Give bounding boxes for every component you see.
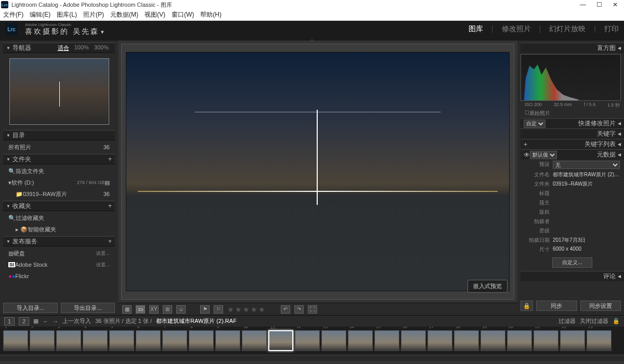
filmstrip-thumb[interactable]: 12 [295, 330, 320, 351]
collections-filter[interactable]: 🔍 过滤收藏夹 [3, 213, 115, 223]
publish-header[interactable]: ▼发布服务+ [3, 236, 115, 246]
filmstrip-thumb[interactable]: 1 [3, 330, 28, 351]
folders-header[interactable]: ▼文件夹+ [3, 154, 115, 164]
flag-pick-icon[interactable]: ⚑ [200, 305, 210, 314]
checkbox-icon[interactable]: ☐ [525, 110, 529, 117]
go-forward-icon[interactable]: → [53, 318, 58, 324]
filmstrip-thumb[interactable]: 18 [454, 330, 479, 351]
folders-subfolder[interactable]: 📁 03919--RAW原片36 [3, 189, 115, 199]
collections-header[interactable]: ▼收藏夹+ [3, 201, 115, 211]
publish-flickr[interactable]: ●● Flickr [3, 271, 115, 281]
filmstrip-thumb[interactable]: 14 [348, 330, 373, 351]
flag-reject-icon[interactable]: ⚐ [214, 305, 223, 314]
filmstrip-thumb[interactable]: 15 [374, 330, 399, 351]
compare-view-icon[interactable]: XY [149, 305, 159, 314]
filmstrip-thumb[interactable]: 23 [587, 330, 612, 351]
filmstrip-thumb[interactable]: 6 [136, 330, 161, 351]
filmstrip-thumb[interactable]: 22 [560, 330, 585, 351]
lock-icon[interactable]: 🔒 [613, 318, 620, 324]
collections-smart[interactable]: ▸ 📦 智能收藏夹 [3, 225, 115, 234]
catalog-header[interactable]: ▼目录 [3, 130, 115, 140]
grid-icon[interactable]: ▦ [33, 318, 38, 324]
publish-adobestock[interactable]: St Adobe Stock设置... [3, 260, 115, 269]
sync-settings-button[interactable]: 同步设置 [580, 301, 621, 311]
filmstrip-thumb[interactable]: 10 [242, 330, 267, 351]
quickdev-header[interactable]: 自定快速修改照片◀ [521, 118, 624, 128]
filmstrip-thumb[interactable]: 3 [56, 330, 81, 351]
image-viewer[interactable]: 嵌入式预览 [118, 41, 517, 303]
filmstrip-thumb[interactable]: 8 [189, 330, 214, 351]
plus-icon[interactable]: + [108, 238, 112, 245]
metadata-customize-button[interactable]: 自定义... [552, 257, 592, 268]
menu-edit[interactable]: 编辑(E) [30, 10, 50, 19]
zoom-100[interactable]: 100% [74, 44, 89, 52]
survey-view-icon[interactable]: ⊞ [163, 305, 172, 314]
filmstrip-thumb[interactable]: 19 [480, 330, 505, 351]
folders-filter[interactable]: 🔍 筛选文件夹 [3, 166, 115, 176]
rotate-cw-icon[interactable]: ↷ [294, 305, 304, 314]
menu-file[interactable]: 文件(F) [3, 10, 23, 19]
import-button[interactable]: 导入目录... [3, 303, 58, 313]
keywordlist-header[interactable]: +关键字列表◀ [521, 139, 624, 149]
zoom-300[interactable]: 300% [94, 44, 109, 52]
histogram-header[interactable]: 直方图◀ [521, 43, 624, 53]
filmstrip-thumb[interactable]: 17 [427, 330, 452, 351]
filmstrip-thumb[interactable]: 13 [321, 330, 346, 351]
quickdev-preset-select[interactable]: 自定 [524, 120, 545, 128]
filmstrip-thumb[interactable]: 16 [401, 330, 426, 351]
comments-header[interactable]: 评论◀ [521, 271, 624, 281]
navigator-preview[interactable] [9, 58, 109, 125]
close-icon[interactable]: ✕ [613, 1, 618, 8]
menu-help[interactable]: 帮助(H) [200, 10, 222, 19]
filmstrip-thumb[interactable]: 2 [30, 330, 55, 351]
metadata-set-select[interactable]: 默认值 [530, 151, 557, 159]
navigator-header[interactable]: ▼ 导航器 适合 100% 300% [3, 43, 115, 53]
publish-harddrive[interactable]: ▥ 硬盘设置... [3, 249, 115, 258]
keywording-header[interactable]: 关键字◀ [521, 128, 624, 139]
menu-photo[interactable]: 照片(P) [83, 10, 104, 19]
metadata-header[interactable]: 👁 默认值元数据◀ [521, 149, 624, 160]
close-filter-button[interactable]: 关闭过滤器 [580, 317, 608, 325]
eye-icon[interactable]: 👁 [524, 151, 530, 159]
plus-icon[interactable]: + [524, 141, 527, 148]
zoom-fit[interactable]: 适合 [58, 44, 69, 52]
filmstrip-thumb[interactable]: 11 [268, 330, 293, 351]
filmstrip-prev-import[interactable]: 上一次导入 [62, 317, 91, 325]
filmstrip-thumb[interactable]: 7 [162, 330, 187, 351]
filmstrip[interactable]: 1234567891011121314151617181920212223 [0, 327, 624, 355]
plus-icon[interactable]: + [108, 155, 112, 163]
module-develop[interactable]: 修改照片 [502, 24, 531, 34]
module-slideshow[interactable]: 幻灯片放映 [549, 24, 586, 34]
filmstrip-scrollbar[interactable] [0, 355, 624, 361]
export-button[interactable]: 导出目录... [61, 303, 115, 313]
filmstrip-thumb[interactable]: 4 [83, 330, 108, 351]
plus-icon[interactable]: + [108, 202, 112, 210]
menu-library[interactable]: 图库(L) [57, 10, 77, 19]
window-2-badge[interactable]: 2 [19, 317, 29, 326]
minimize-icon[interactable]: — [580, 1, 586, 8]
identity-chevron-icon[interactable]: ▾ [101, 29, 104, 35]
embedded-preview-button[interactable]: 嵌入式预览 [467, 280, 508, 293]
module-print[interactable]: 打印 [604, 24, 619, 34]
go-back-icon[interactable]: ← [43, 318, 48, 324]
catalog-all-photos[interactable]: 所有照片36 [3, 142, 115, 152]
people-view-icon[interactable]: ☺ [176, 305, 186, 314]
menu-metadata[interactable]: 元数据(M) [110, 10, 138, 19]
menu-view[interactable]: 视图(V) [145, 10, 165, 19]
metadata-preset-select[interactable]: 无 [553, 161, 620, 169]
rotate-ccw-icon[interactable]: ↶ [281, 305, 290, 314]
loupe-view-icon[interactable]: ▭ [136, 305, 145, 314]
grid-view-icon[interactable]: ▦ [122, 305, 132, 314]
filmstrip-thumb[interactable]: 5 [109, 330, 134, 351]
crop-overlay-icon[interactable]: ⛶ [308, 305, 317, 314]
maximize-icon[interactable]: ☐ [596, 1, 602, 8]
rating-stars[interactable]: ★★★★★ [227, 305, 266, 314]
filmstrip-thumb[interactable]: 21 [534, 330, 558, 351]
folders-drive[interactable]: ▾ 软件 (D:)278 / 604 GB ▤ [3, 178, 115, 187]
window-1-badge[interactable]: 1 [4, 317, 15, 326]
histogram[interactable] [521, 54, 621, 101]
module-library[interactable]: 图库 [469, 24, 483, 34]
menu-window[interactable]: 窗口(W) [172, 10, 194, 19]
filmstrip-thumb[interactable]: 20 [507, 330, 532, 351]
sync-button[interactable]: 同步 [536, 301, 577, 311]
